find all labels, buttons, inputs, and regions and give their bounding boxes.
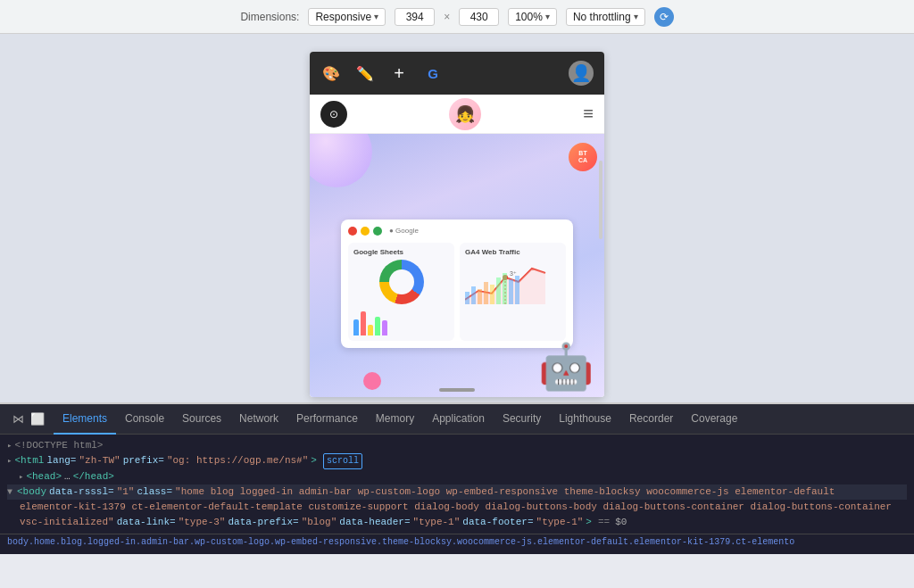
pencil-icon[interactable]: ✏️ (354, 62, 376, 84)
ga4-panel: GA4 Web Traffic 3⁺ (460, 243, 566, 341)
code-line-body-attrs: vsc-initialized" data-link="type-3" data… (7, 515, 907, 530)
device-page-bar: ⊙ 👧 ≡ (310, 95, 604, 134)
dimensions-label: Dimensions: (240, 11, 299, 23)
devtools-code-area: ▸ <!DOCTYPE html> ▸ <html lang="zh-TW" p… (0, 435, 914, 534)
svg-rect-12 (515, 276, 519, 304)
svg-rect-10 (503, 273, 507, 304)
code-line-head: ▸ <head> … </head> (7, 469, 907, 484)
hamburger-menu[interactable]: ≡ (583, 104, 594, 124)
red-dot (348, 227, 357, 236)
bar-4 (375, 317, 380, 335)
camera-icon[interactable]: ⊙ (320, 101, 347, 128)
svg-text:3⁺: 3⁺ (510, 270, 517, 277)
tab-network[interactable]: Network (230, 404, 287, 435)
dimension-separator: × (444, 11, 450, 23)
breadcrumb-bar: body.home.blog.logged-in.admin-bar.wp-cu… (0, 534, 914, 550)
width-input[interactable] (395, 8, 435, 26)
code-line-body-continued: elementor-kit-1379 ct-elementor-default-… (7, 500, 907, 515)
svg-rect-9 (496, 277, 501, 304)
bar-2 (361, 311, 366, 335)
code-line-html: ▸ <html lang="zh-TW" prefix="og: https:/… (7, 453, 907, 469)
yellow-dot (361, 227, 370, 236)
tab-sources[interactable]: Sources (173, 404, 230, 435)
devtools-tabs-bar: ⋈ ⬜ Elements Console Sources Network Per… (0, 404, 914, 435)
dashboard-panels: Google Sheets (348, 243, 566, 341)
device-bottom-handle (439, 388, 475, 392)
palette-icon[interactable]: 🎨 (320, 62, 342, 84)
tab-performance[interactable]: Performance (287, 404, 367, 435)
equals-sign: == (598, 515, 610, 530)
expand-arrow-3[interactable]: ▸ (19, 472, 23, 484)
circle-decoration (363, 372, 381, 390)
tab-lighthouse[interactable]: Lighthouse (550, 404, 620, 435)
device-content-area: BTCA ● Google Google Sheets (310, 134, 604, 397)
svg-rect-11 (509, 279, 513, 304)
bar-5 (382, 320, 387, 335)
svg-rect-5 (471, 286, 476, 304)
tab-application[interactable]: Application (423, 404, 494, 435)
svg-rect-4 (465, 292, 469, 304)
device-scrollbar[interactable] (599, 161, 602, 240)
card-header: ● Google (348, 227, 566, 236)
cursor-icon[interactable]: ⋈ (11, 412, 25, 427)
page-avatar: 👧 (449, 98, 481, 130)
throttle-dropdown[interactable]: No throttling (566, 8, 645, 26)
robot-decoration: 🤖 (538, 341, 594, 393)
sheets-panel: Google Sheets (348, 243, 454, 341)
tab-recorder[interactable]: Recorder (620, 404, 682, 435)
google-label: ● Google (389, 227, 419, 236)
svg-rect-6 (478, 289, 482, 304)
ga4-title: GA4 Web Traffic (465, 248, 561, 256)
device-frame: 🎨 ✏️ + G 👤 ⊙ 👧 ≡ BTCA (310, 52, 604, 397)
bar-1 (353, 319, 359, 335)
bar-3 (368, 325, 373, 335)
zoom-dropdown[interactable]: 100% (508, 8, 557, 26)
svg-rect-7 (484, 282, 488, 304)
devtools-panel: ⋈ ⬜ Elements Console Sources Network Per… (0, 402, 914, 554)
responsive-dropdown[interactable]: Responsive (308, 8, 386, 26)
device-browser-toolbar: 🎨 ✏️ + G 👤 (310, 52, 604, 95)
hero-image: BTCA ● Google Google Sheets (310, 134, 604, 397)
sphere-decoration (310, 134, 372, 187)
dashboard-card: ● Google Google Sheets (341, 219, 573, 348)
tab-memory[interactable]: Memory (367, 404, 423, 435)
code-line-body: ▼ <body data-rsssl="1" class="home blog … (7, 484, 907, 500)
devtools-icon-group: ⋈ ⬜ (5, 412, 50, 427)
height-input[interactable] (459, 8, 499, 26)
tab-coverage[interactable]: Coverage (682, 404, 746, 435)
line-chart: 3⁺ (465, 260, 554, 304)
viewport-area: 🎨 ✏️ + G 👤 ⊙ 👧 ≡ BTCA (0, 34, 914, 402)
breadcrumb-text: body.home.blog.logged-in.admin-bar.wp-cu… (7, 537, 794, 547)
plus-icon[interactable]: + (388, 62, 410, 84)
sheets-title: Google Sheets (353, 248, 449, 256)
tab-console[interactable]: Console (116, 404, 173, 435)
expand-arrow-1[interactable]: ▸ (7, 441, 12, 453)
green-dot (373, 227, 382, 236)
user-avatar[interactable]: 👤 (569, 61, 594, 86)
code-line-doctype: ▸ <!DOCTYPE html> (7, 438, 907, 453)
rotate-button[interactable]: ⟳ (654, 7, 674, 27)
inspect-icon[interactable]: ⬜ (30, 412, 45, 427)
donut-chart (379, 260, 424, 304)
responsive-toolbar: Dimensions: Responsive × 100% No throttl… (0, 0, 914, 34)
doctype-text: <!DOCTYPE html> (14, 438, 103, 453)
tab-elements[interactable]: Elements (54, 404, 116, 435)
svg-rect-8 (490, 285, 494, 304)
expand-arrow-2[interactable]: ▸ (7, 456, 12, 468)
bar-chart-1 (353, 309, 449, 335)
scroll-button[interactable]: scroll (323, 453, 362, 469)
bt-ca-badge: BTCA (569, 143, 597, 171)
expand-arrow-4[interactable]: ▼ (7, 485, 12, 500)
tab-security[interactable]: Security (494, 404, 550, 435)
dollar-zero: $0 (615, 515, 627, 530)
google-icon[interactable]: G (422, 62, 444, 84)
